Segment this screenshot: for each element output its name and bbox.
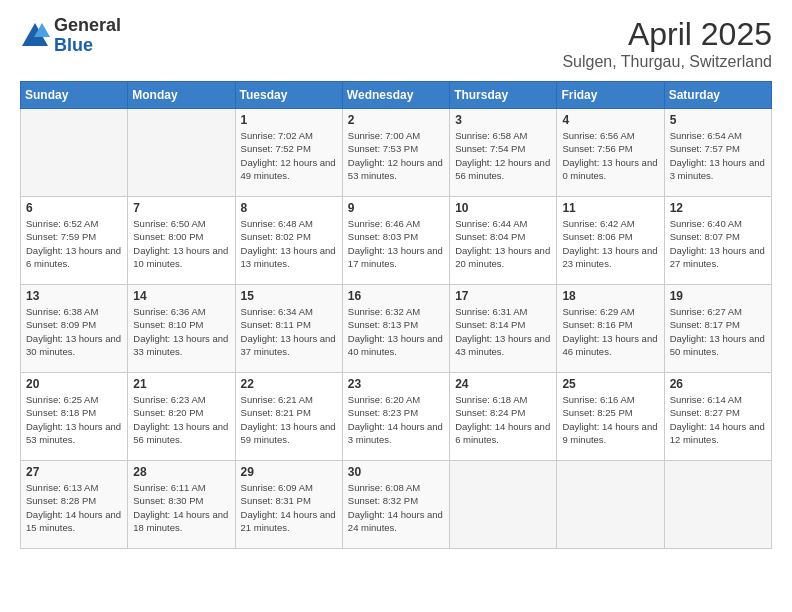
calendar-cell: 5Sunrise: 6:54 AM Sunset: 7:57 PM Daylig…: [664, 109, 771, 197]
logo-text: General Blue: [54, 16, 121, 56]
day-number: 10: [455, 201, 551, 215]
calendar-cell: 10Sunrise: 6:44 AM Sunset: 8:04 PM Dayli…: [450, 197, 557, 285]
col-thursday: Thursday: [450, 82, 557, 109]
day-content: Sunrise: 6:56 AM Sunset: 7:56 PM Dayligh…: [562, 129, 658, 182]
day-number: 28: [133, 465, 229, 479]
calendar-cell: 2Sunrise: 7:00 AM Sunset: 7:53 PM Daylig…: [342, 109, 449, 197]
day-number: 5: [670, 113, 766, 127]
day-number: 14: [133, 289, 229, 303]
week-row-1: 6Sunrise: 6:52 AM Sunset: 7:59 PM Daylig…: [21, 197, 772, 285]
day-number: 22: [241, 377, 337, 391]
day-number: 20: [26, 377, 122, 391]
calendar-body: 1Sunrise: 7:02 AM Sunset: 7:52 PM Daylig…: [21, 109, 772, 549]
calendar-cell: 6Sunrise: 6:52 AM Sunset: 7:59 PM Daylig…: [21, 197, 128, 285]
calendar-cell: 30Sunrise: 6:08 AM Sunset: 8:32 PM Dayli…: [342, 461, 449, 549]
day-content: Sunrise: 6:09 AM Sunset: 8:31 PM Dayligh…: [241, 481, 337, 534]
day-number: 2: [348, 113, 444, 127]
calendar-cell: [21, 109, 128, 197]
day-number: 7: [133, 201, 229, 215]
col-saturday: Saturday: [664, 82, 771, 109]
day-number: 26: [670, 377, 766, 391]
day-content: Sunrise: 6:54 AM Sunset: 7:57 PM Dayligh…: [670, 129, 766, 182]
calendar-cell: 3Sunrise: 6:58 AM Sunset: 7:54 PM Daylig…: [450, 109, 557, 197]
logo: General Blue: [20, 16, 121, 56]
week-row-0: 1Sunrise: 7:02 AM Sunset: 7:52 PM Daylig…: [21, 109, 772, 197]
day-content: Sunrise: 6:11 AM Sunset: 8:30 PM Dayligh…: [133, 481, 229, 534]
calendar-cell: 28Sunrise: 6:11 AM Sunset: 8:30 PM Dayli…: [128, 461, 235, 549]
day-content: Sunrise: 6:52 AM Sunset: 7:59 PM Dayligh…: [26, 217, 122, 270]
day-content: Sunrise: 6:36 AM Sunset: 8:10 PM Dayligh…: [133, 305, 229, 358]
header: General Blue April 2025 Sulgen, Thurgau,…: [20, 16, 772, 71]
day-content: Sunrise: 6:58 AM Sunset: 7:54 PM Dayligh…: [455, 129, 551, 182]
day-number: 3: [455, 113, 551, 127]
calendar-cell: 16Sunrise: 6:32 AM Sunset: 8:13 PM Dayli…: [342, 285, 449, 373]
calendar-cell: [450, 461, 557, 549]
day-number: 19: [670, 289, 766, 303]
day-number: 4: [562, 113, 658, 127]
calendar-header: Sunday Monday Tuesday Wednesday Thursday…: [21, 82, 772, 109]
day-content: Sunrise: 6:32 AM Sunset: 8:13 PM Dayligh…: [348, 305, 444, 358]
calendar-cell: 29Sunrise: 6:09 AM Sunset: 8:31 PM Dayli…: [235, 461, 342, 549]
col-friday: Friday: [557, 82, 664, 109]
day-number: 16: [348, 289, 444, 303]
calendar-cell: 8Sunrise: 6:48 AM Sunset: 8:02 PM Daylig…: [235, 197, 342, 285]
day-content: Sunrise: 6:40 AM Sunset: 8:07 PM Dayligh…: [670, 217, 766, 270]
day-number: 1: [241, 113, 337, 127]
day-content: Sunrise: 6:14 AM Sunset: 8:27 PM Dayligh…: [670, 393, 766, 446]
day-content: Sunrise: 6:23 AM Sunset: 8:20 PM Dayligh…: [133, 393, 229, 446]
calendar-cell: 4Sunrise: 6:56 AM Sunset: 7:56 PM Daylig…: [557, 109, 664, 197]
page: General Blue April 2025 Sulgen, Thurgau,…: [0, 0, 792, 612]
calendar-cell: [557, 461, 664, 549]
day-content: Sunrise: 6:18 AM Sunset: 8:24 PM Dayligh…: [455, 393, 551, 446]
col-sunday: Sunday: [21, 82, 128, 109]
day-content: Sunrise: 6:50 AM Sunset: 8:00 PM Dayligh…: [133, 217, 229, 270]
calendar-cell: [664, 461, 771, 549]
col-wednesday: Wednesday: [342, 82, 449, 109]
day-content: Sunrise: 6:48 AM Sunset: 8:02 PM Dayligh…: [241, 217, 337, 270]
day-number: 17: [455, 289, 551, 303]
calendar-cell: 14Sunrise: 6:36 AM Sunset: 8:10 PM Dayli…: [128, 285, 235, 373]
logo-general: General: [54, 16, 121, 36]
calendar-cell: 23Sunrise: 6:20 AM Sunset: 8:23 PM Dayli…: [342, 373, 449, 461]
day-number: 12: [670, 201, 766, 215]
week-row-4: 27Sunrise: 6:13 AM Sunset: 8:28 PM Dayli…: [21, 461, 772, 549]
calendar-cell: 7Sunrise: 6:50 AM Sunset: 8:00 PM Daylig…: [128, 197, 235, 285]
calendar-cell: 27Sunrise: 6:13 AM Sunset: 8:28 PM Dayli…: [21, 461, 128, 549]
day-number: 29: [241, 465, 337, 479]
day-number: 25: [562, 377, 658, 391]
day-number: 27: [26, 465, 122, 479]
logo-icon: [20, 21, 50, 51]
day-number: 23: [348, 377, 444, 391]
day-content: Sunrise: 6:34 AM Sunset: 8:11 PM Dayligh…: [241, 305, 337, 358]
title-month: April 2025: [562, 16, 772, 53]
title-block: April 2025 Sulgen, Thurgau, Switzerland: [562, 16, 772, 71]
day-content: Sunrise: 6:44 AM Sunset: 8:04 PM Dayligh…: [455, 217, 551, 270]
day-content: Sunrise: 6:46 AM Sunset: 8:03 PM Dayligh…: [348, 217, 444, 270]
day-content: Sunrise: 6:42 AM Sunset: 8:06 PM Dayligh…: [562, 217, 658, 270]
calendar-cell: 22Sunrise: 6:21 AM Sunset: 8:21 PM Dayli…: [235, 373, 342, 461]
calendar-cell: 13Sunrise: 6:38 AM Sunset: 8:09 PM Dayli…: [21, 285, 128, 373]
day-content: Sunrise: 6:29 AM Sunset: 8:16 PM Dayligh…: [562, 305, 658, 358]
calendar-cell: 9Sunrise: 6:46 AM Sunset: 8:03 PM Daylig…: [342, 197, 449, 285]
day-number: 6: [26, 201, 122, 215]
calendar-cell: 11Sunrise: 6:42 AM Sunset: 8:06 PM Dayli…: [557, 197, 664, 285]
title-location: Sulgen, Thurgau, Switzerland: [562, 53, 772, 71]
day-content: Sunrise: 6:20 AM Sunset: 8:23 PM Dayligh…: [348, 393, 444, 446]
calendar-cell: 21Sunrise: 6:23 AM Sunset: 8:20 PM Dayli…: [128, 373, 235, 461]
header-row: Sunday Monday Tuesday Wednesday Thursday…: [21, 82, 772, 109]
day-content: Sunrise: 6:21 AM Sunset: 8:21 PM Dayligh…: [241, 393, 337, 446]
day-number: 8: [241, 201, 337, 215]
calendar-cell: 12Sunrise: 6:40 AM Sunset: 8:07 PM Dayli…: [664, 197, 771, 285]
calendar-cell: 26Sunrise: 6:14 AM Sunset: 8:27 PM Dayli…: [664, 373, 771, 461]
calendar-cell: 15Sunrise: 6:34 AM Sunset: 8:11 PM Dayli…: [235, 285, 342, 373]
day-content: Sunrise: 6:38 AM Sunset: 8:09 PM Dayligh…: [26, 305, 122, 358]
day-content: Sunrise: 6:31 AM Sunset: 8:14 PM Dayligh…: [455, 305, 551, 358]
day-content: Sunrise: 7:00 AM Sunset: 7:53 PM Dayligh…: [348, 129, 444, 182]
col-monday: Monday: [128, 82, 235, 109]
day-content: Sunrise: 6:25 AM Sunset: 8:18 PM Dayligh…: [26, 393, 122, 446]
day-number: 18: [562, 289, 658, 303]
calendar-cell: 1Sunrise: 7:02 AM Sunset: 7:52 PM Daylig…: [235, 109, 342, 197]
week-row-2: 13Sunrise: 6:38 AM Sunset: 8:09 PM Dayli…: [21, 285, 772, 373]
calendar-table: Sunday Monday Tuesday Wednesday Thursday…: [20, 81, 772, 549]
day-content: Sunrise: 6:13 AM Sunset: 8:28 PM Dayligh…: [26, 481, 122, 534]
